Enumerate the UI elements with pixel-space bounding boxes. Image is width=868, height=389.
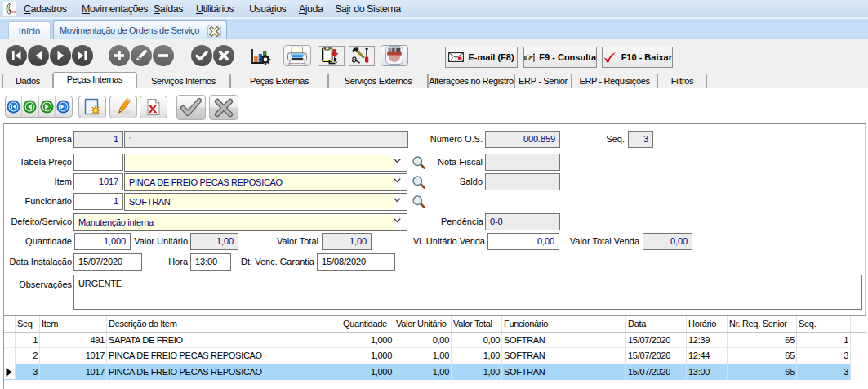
tab-inicio[interactable]: Início xyxy=(8,21,51,40)
grid-col-item[interactable]: Item xyxy=(40,316,107,332)
vl-unitario-venda-field[interactable]: 0,00 xyxy=(487,233,559,250)
grid-cell[interactable]: 1017 xyxy=(40,348,107,364)
email-button[interactable]: E-mail (F8) xyxy=(445,47,518,68)
funcionario-search-icon[interactable] xyxy=(412,194,427,210)
grid-cell[interactable]: 1,00 xyxy=(452,348,502,364)
edit-record-button[interactable] xyxy=(131,45,152,66)
grid-cell[interactable]: 1,00 xyxy=(394,364,452,380)
grid-cell[interactable]: 1,000 xyxy=(341,348,394,364)
close-icon[interactable] xyxy=(207,25,221,38)
menu-utilit-rios[interactable]: Utilitários xyxy=(196,0,234,18)
hora-field[interactable]: 13:00 xyxy=(190,253,231,271)
grid-cell[interactable]: 0,00 xyxy=(452,333,502,348)
grid-cell[interactable]: 1 xyxy=(797,333,851,348)
page-tab-altera-es-no-registro[interactable]: Alterações no Registro xyxy=(428,74,514,88)
last-record-button[interactable] xyxy=(72,45,93,66)
print-button[interactable] xyxy=(283,45,311,66)
delete-record-small-button[interactable] xyxy=(140,96,167,118)
page-tab-pe-as-internas[interactable]: Peças Internas xyxy=(53,72,136,88)
page-tab-servi-os-externos[interactable]: Serviços Externos xyxy=(328,74,428,88)
menu-sa-das[interactable]: Saídas xyxy=(154,0,183,18)
tabela-preco-code-field[interactable] xyxy=(73,154,123,171)
page-tab-filtros[interactable]: Filtros xyxy=(657,74,707,88)
grid-col-hor-rio[interactable]: Horário xyxy=(687,316,728,332)
grid-cell[interactable]: 13:00 xyxy=(687,364,728,380)
item-search-icon[interactable] xyxy=(412,175,427,190)
grid-col-valor-total[interactable]: Valor Total xyxy=(452,316,502,332)
cancel-button[interactable] xyxy=(209,95,238,120)
record-last-button[interactable] xyxy=(56,96,72,117)
grid-cell[interactable]: 15/07/2020 xyxy=(626,364,687,380)
grid-cell[interactable]: 491 xyxy=(40,333,107,348)
menu-movimenta-es[interactable]: Movimentações xyxy=(82,0,148,18)
grid-cell[interactable]: SOFTRAN xyxy=(502,348,626,364)
chart-settings-icon[interactable] xyxy=(250,44,271,65)
grid-col-descri-o-do-item[interactable]: Descrição do Item xyxy=(107,316,341,332)
funcionario-code-field[interactable]: 1 xyxy=(73,193,123,210)
tab-movimentacao-os[interactable]: Movimentação de Ordens de Serviço xyxy=(53,20,227,40)
grid-cell[interactable]: 1,00 xyxy=(394,348,452,364)
grid-cell[interactable]: 1,000 xyxy=(341,333,394,348)
data-instalacao-field[interactable]: 15/07/2020 xyxy=(73,253,142,271)
grid-col-funcion-rio[interactable]: Funcionário xyxy=(502,316,626,332)
grid-cell[interactable]: 65 xyxy=(728,348,797,364)
item-code-field[interactable]: 1017 xyxy=(73,173,123,190)
grid-cell[interactable]: 1 xyxy=(16,333,40,348)
grid-cell[interactable]: SAPATA DE FREIO xyxy=(107,333,341,348)
grid-cell[interactable]: 1,00 xyxy=(452,364,502,380)
baixar-button[interactable]: F10 - Baixar xyxy=(602,47,673,68)
grid-cell[interactable]: 65 xyxy=(728,364,797,380)
grid-cell[interactable]: 65 xyxy=(728,333,797,348)
menu-usu-rios[interactable]: Usuários xyxy=(249,0,286,18)
record-next-button[interactable] xyxy=(39,96,56,117)
menu-cadastros[interactable]: Cadastros xyxy=(24,0,66,18)
grid-cell[interactable]: 0,00 xyxy=(394,333,452,348)
item-combo[interactable]: PINCA DE FREIO PECAS REPOSICAO xyxy=(124,173,407,191)
next-record-button[interactable] xyxy=(50,45,71,66)
grid-col-seq-[interactable]: Seq. xyxy=(797,316,851,332)
defeito-servico-combo[interactable]: Manutenção interna xyxy=(73,213,407,231)
grid-col-nr-req-senior[interactable]: Nr. Req. Senior xyxy=(728,316,797,332)
page-tab-pe-as-externas[interactable]: Peças Externas xyxy=(230,74,328,88)
record-prior-button[interactable] xyxy=(22,96,38,117)
grid-cell[interactable]: PINCA DE FREIO PECAS REPOSICAO xyxy=(107,348,341,364)
menu-sair-do-sistema[interactable]: Sair do Sistema xyxy=(335,0,401,18)
export-report-button[interactable] xyxy=(318,46,345,66)
grid-row-1[interactable]: 1491SAPATA DE FREIO1,0000,000,00SOFTRAN1… xyxy=(4,333,866,348)
grid-row-3[interactable]: 31017PINCA DE FREIO PECAS REPOSICAO1,000… xyxy=(4,364,866,380)
page-tab-servi-os-internos[interactable]: Serviços Internos xyxy=(136,74,230,88)
edit-record-small-button[interactable] xyxy=(109,96,137,118)
grid-cell[interactable]: 2 xyxy=(16,348,40,364)
page-tab-erp-requisi-es[interactable]: ERP - Requisições xyxy=(572,74,657,88)
observacoes-field[interactable]: URGENTE xyxy=(73,275,862,310)
grid-cell[interactable]: 15/07/2020 xyxy=(626,348,687,364)
grid-cell[interactable]: PINCA DE FREIO PECAS REPOSICAO xyxy=(107,364,341,380)
grid-col-quantidade[interactable]: Quantidade xyxy=(341,316,394,332)
grid-col-data[interactable]: Data xyxy=(626,316,687,332)
tabela-preco-combo[interactable] xyxy=(124,154,407,172)
page-tab-erp-senior[interactable]: ERP - Senior xyxy=(514,74,572,88)
menu-ajuda[interactable]: Ajuda xyxy=(299,0,323,18)
grid-cell[interactable]: 3 xyxy=(797,364,851,380)
grid-row-2[interactable]: 21017PINCA DE FREIO PECAS REPOSICAO1,000… xyxy=(4,348,866,364)
prior-record-button[interactable] xyxy=(28,45,49,66)
record-first-button[interactable] xyxy=(6,96,22,117)
grid-cell[interactable]: SOFTRAN xyxy=(502,364,626,380)
confirm-button[interactable] xyxy=(176,95,206,120)
tools-button[interactable] xyxy=(349,46,375,66)
grid-cell[interactable]: 12:44 xyxy=(687,348,728,364)
dt-venc-garantia-field[interactable]: 15/08/2020 xyxy=(317,253,395,271)
grid-cell[interactable]: 12:39 xyxy=(687,333,728,348)
grid-cell[interactable]: SOFTRAN xyxy=(502,333,626,348)
grid-cell[interactable]: 1,000 xyxy=(341,364,394,380)
new-record-button[interactable] xyxy=(78,96,106,118)
barcode-button[interactable] xyxy=(381,45,408,66)
grid-cell[interactable]: 3 xyxy=(16,364,40,380)
first-record-button[interactable] xyxy=(6,45,27,66)
grid-col-valor-unit-rio[interactable]: Valor Unitário xyxy=(394,316,452,332)
funcionario-combo[interactable]: SOFTRAN xyxy=(124,193,407,211)
delete-record-button[interactable] xyxy=(153,45,174,66)
grid-cell[interactable]: 15/07/2020 xyxy=(626,333,687,348)
grid-cell[interactable]: 1017 xyxy=(40,364,107,380)
page-tab-dados[interactable]: Dados xyxy=(2,74,53,88)
